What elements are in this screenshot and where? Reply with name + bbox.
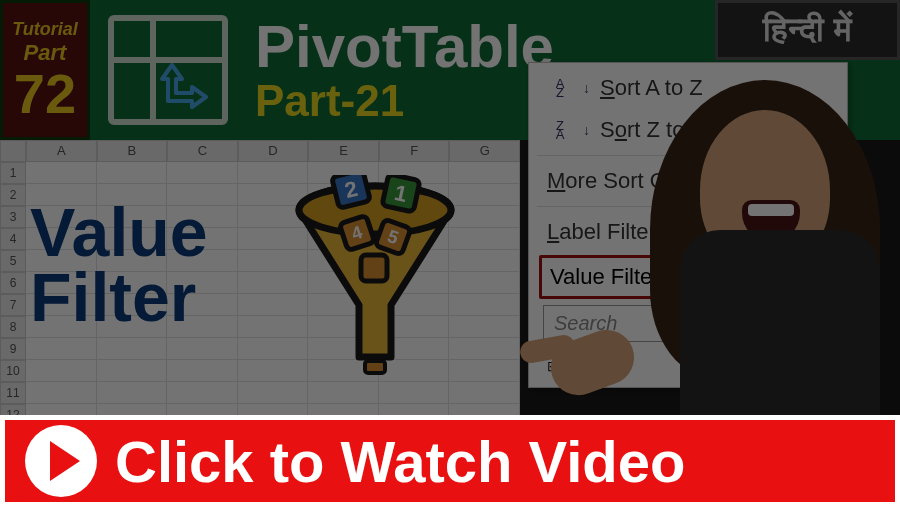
column-header: C (167, 140, 238, 162)
feature-line2: Filter (30, 265, 208, 330)
column-header: B (97, 140, 168, 162)
row-header: 11 (0, 382, 26, 404)
feature-line1: Value (30, 200, 208, 265)
pivot-table-logo-box (90, 0, 245, 140)
sort-za-icon: ZA (547, 119, 573, 141)
column-header: D (238, 140, 309, 162)
watch-video-cta[interactable]: Click to Watch Video (0, 415, 900, 507)
row-header: 7 (0, 294, 26, 316)
sort-az-icon: AZ (547, 77, 573, 99)
row-header: 10 (0, 360, 26, 382)
cta-label: Click to Watch Video (115, 428, 685, 495)
svg-point-1 (299, 186, 451, 234)
column-header: G (449, 140, 520, 162)
tutorial-part-badge: Tutorial Part 72 (0, 0, 90, 140)
part-number: 72 (14, 66, 76, 122)
play-icon (25, 425, 97, 497)
feature-title: Value Filter (30, 200, 208, 329)
svg-rect-11 (365, 361, 385, 373)
row-header: 9 (0, 338, 26, 360)
column-header: F (379, 140, 450, 162)
funnel-icon: 2 1 4 5 (285, 175, 465, 375)
row-header: 5 (0, 250, 26, 272)
hindi-language-badge: हिन्दी में (715, 0, 900, 60)
row-header: 4 (0, 228, 26, 250)
column-header: E (308, 140, 379, 162)
row-header: 6 (0, 272, 26, 294)
row-header: 2 (0, 184, 26, 206)
row-header: 3 (0, 206, 26, 228)
column-header: A (26, 140, 97, 162)
svg-rect-10 (361, 255, 387, 281)
pivot-table-icon (108, 15, 228, 125)
row-header: 8 (0, 316, 26, 338)
sheet-corner (0, 140, 26, 162)
tutorial-label: Tutorial (12, 19, 78, 40)
column-headers: ABCDEFG (26, 140, 520, 162)
row-header: 1 (0, 162, 26, 184)
person-pointing-illustration (580, 70, 900, 430)
pivot-arrow-icon (160, 61, 210, 109)
